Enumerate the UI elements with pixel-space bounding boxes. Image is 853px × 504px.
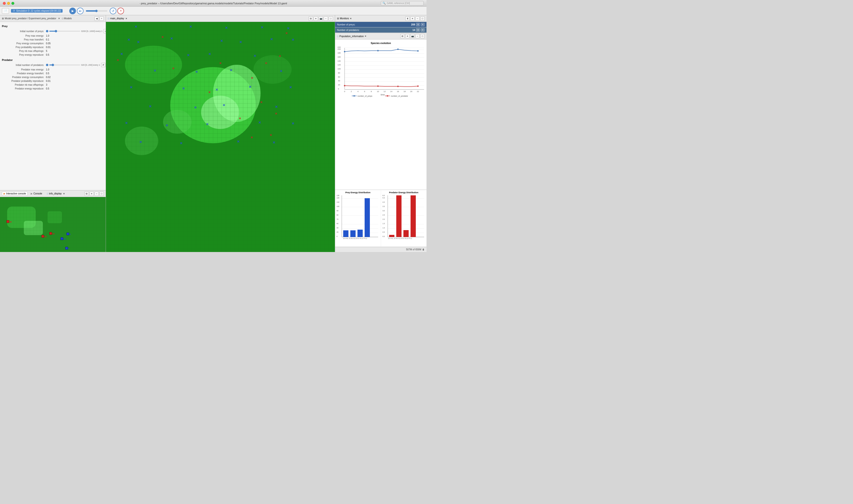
models-tab[interactable]: □ Models — [61, 17, 73, 20]
snapshot-main-btn[interactable]: 📷 — [319, 16, 323, 21]
grid-icon: ⊞ — [2, 17, 4, 20]
svg-text:✕: ✕ — [125, 121, 128, 125]
slider-container-preys: 0200 [0..1000] every 1 ↺ — [46, 29, 106, 33]
sim-label: Simulation 0: 22 cycles elapsed [00:00:2… — [16, 10, 61, 12]
svg-text:✕: ✕ — [134, 25, 137, 29]
clock-icon: ⏱ — [13, 10, 15, 12]
close-tab-info[interactable]: ✕ — [63, 193, 65, 195]
reset-preys-button[interactable]: ↺ — [104, 29, 106, 33]
svg-text:84: 84 — [52, 233, 55, 235]
bar-prey-3 — [365, 198, 370, 237]
settings-chart-btn[interactable]: ≡ — [405, 34, 410, 38]
right-panel: ⊟ Monitors ✕ ⏸ ≡ − □ Number of preys: 20… — [335, 15, 426, 252]
maximize-panel-btn[interactable]: □ — [99, 192, 104, 196]
pause-prey-btn[interactable]: ⏸ — [416, 23, 420, 26]
close-prey-btn[interactable]: ✕ — [421, 23, 424, 26]
pause-predator-btn[interactable]: ⏸ — [416, 28, 420, 32]
minimize-panel-btn[interactable]: − — [94, 192, 99, 196]
slider-predators[interactable] — [49, 65, 80, 66]
maximize-chart-btn[interactable]: □ — [420, 34, 424, 38]
param-label-predator-nb-max-offsprings: Predator nb max offsprings: — [2, 84, 46, 86]
progress-slider[interactable] — [86, 10, 107, 12]
reset-predators-button[interactable]: ↺ — [101, 63, 105, 67]
settings-main-btn[interactable]: ≡ — [314, 16, 318, 21]
settings-btn[interactable]: ≡ — [90, 192, 94, 196]
svg-text:100: 100 — [337, 205, 339, 207]
main-display-tab[interactable]: □ main_display ✕ — [108, 17, 127, 20]
info-display-canvas: 96 84 83 0 95 0 — [0, 197, 106, 252]
close-main-display[interactable]: ✕ — [125, 17, 127, 20]
svg-text:✕: ✕ — [260, 25, 264, 29]
svg-text:0: 0 — [337, 236, 338, 237]
filter-chart-btn[interactable]: ⊟ — [400, 34, 405, 38]
svg-text:✕: ✕ — [285, 32, 288, 35]
slider-handle[interactable] — [95, 10, 97, 12]
slider-thumb-preys — [46, 30, 48, 32]
stop-button[interactable]: ✕ — [117, 7, 124, 14]
close-tab-icon[interactable]: ✕ — [58, 17, 60, 20]
tab-info-display[interactable]: □ info_display ✕ — [45, 192, 67, 196]
svg-text:2.0: 2.0 — [382, 218, 385, 220]
svg-text:✕: ✕ — [253, 54, 256, 58]
pause-monitors-btn[interactable]: ⏸ — [405, 16, 410, 21]
param-label-initial-preys: Initial number of preys: — [2, 30, 46, 33]
add-button[interactable]: + — [99, 16, 104, 21]
minimize-monitors-btn[interactable]: − — [415, 16, 420, 21]
svg-text:40: 40 — [337, 227, 339, 229]
svg-point-126 — [353, 95, 355, 96]
close-button[interactable] — [3, 2, 6, 5]
filter-btn[interactable]: ⊟ — [85, 192, 89, 196]
reload-button[interactable]: ↺ — [110, 7, 116, 14]
svg-text:✕: ✕ — [130, 86, 132, 89]
minimize-button[interactable] — [7, 2, 10, 5]
back-nav-button[interactable]: ◀ — [94, 16, 99, 21]
svg-text:✕: ✕ — [120, 52, 123, 56]
svg-text:110: 110 — [337, 201, 339, 203]
svg-text:6: 6 — [364, 90, 365, 93]
tab-console[interactable]: ▶ Console — [29, 192, 44, 196]
garbage-icon[interactable]: 🗑 — [422, 248, 424, 251]
maximize-button[interactable] — [12, 2, 14, 5]
param-value-prey-nb-max-offsprings: 5 — [46, 50, 47, 52]
param-label-prey-energy-consumption: Prey energy consumption: — [2, 42, 46, 45]
slider-handle-predators[interactable] — [52, 64, 54, 66]
svg-text:✕: ✕ — [289, 86, 292, 89]
snapshot-chart-btn[interactable]: 📷 — [410, 34, 415, 38]
svg-text:✕: ✕ — [280, 69, 283, 73]
bar-pred-3 — [411, 195, 416, 237]
slider-preys[interactable] — [49, 31, 80, 32]
minimize-chart-btn[interactable]: − — [415, 34, 420, 38]
monitor-predator-count: Number of predators: 14 ⏸ ✕ — [335, 28, 426, 33]
svg-text:✕: ✕ — [275, 105, 278, 109]
left-panel: ⊞ Model prey_predator / Experiment prey_… — [0, 15, 106, 252]
svg-text:[0.25;0.5]: [0.25;0.5] — [349, 238, 355, 239]
filter-main-btn[interactable]: ⊟ — [309, 16, 313, 21]
minimize-main-btn[interactable]: − — [324, 16, 328, 21]
svg-text:✕: ✕ — [270, 37, 273, 41]
close-monitors[interactable]: ✕ — [350, 17, 352, 20]
svg-text:2: 2 — [351, 90, 352, 93]
svg-text:✕: ✕ — [127, 38, 130, 42]
play-button[interactable]: ▶ — [69, 7, 76, 14]
svg-text:4.0: 4.0 — [382, 201, 385, 203]
svg-text:0: 0 — [70, 233, 71, 235]
close-predator-btn[interactable]: ✕ — [421, 28, 424, 32]
svg-text:16: 16 — [397, 90, 399, 93]
file-icon-button[interactable]: 📄 — [2, 8, 9, 14]
param-value-predator-nb-max-offsprings: 3 — [46, 84, 47, 86]
settings-monitors-btn[interactable]: ≡ — [410, 16, 415, 21]
maximize-monitors-btn[interactable]: □ — [420, 16, 424, 21]
chart-tab[interactable]: □ Population_information ✕ — [337, 35, 366, 38]
close-chart-tab[interactable]: ✕ — [365, 35, 366, 37]
step-button[interactable]: ⏭ — [77, 7, 84, 14]
slider-label-predators: 020 [0..200] every 1 — [81, 64, 100, 66]
param-row-prey-max-energy: Prey max energy: 1.0 — [2, 35, 104, 37]
svg-text:120: 120 — [337, 197, 339, 199]
search-box[interactable]: 🔍 GAML reference [Ctrl] — [381, 1, 424, 5]
prey-energy-svg: 0 20 40 60 70 80 90 100 110 120 130 — [337, 194, 379, 240]
tab-interactive-console[interactable]: ▶ Interactive console — [2, 192, 28, 196]
maximize-main-btn[interactable]: □ — [329, 16, 333, 21]
bar-prey-0 — [343, 230, 348, 237]
param-row-prey-energy-consumption: Prey energy consumption: 0.05 — [2, 42, 104, 45]
slider-handle-preys[interactable] — [55, 30, 57, 32]
